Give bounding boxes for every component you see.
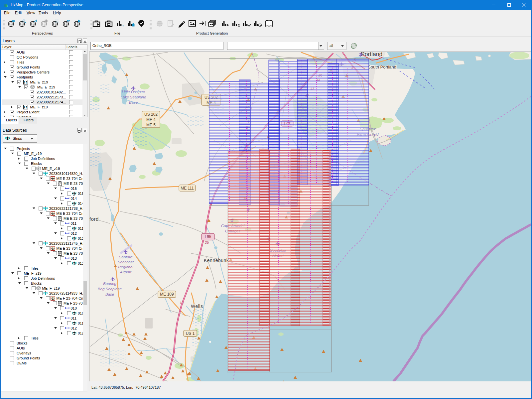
svg-text:Bauneg: Bauneg [103, 282, 116, 286]
svg-text:25: 25 [204, 240, 209, 244]
svg-text:ME 4: ME 4 [146, 117, 156, 122]
svg-text:Beg Seaplane: Beg Seaplane [98, 287, 122, 291]
svg-text:19: 19 [180, 301, 184, 305]
svg-text:Seacoast: Seacoast [118, 260, 134, 264]
svg-text:ME 109: ME 109 [160, 292, 174, 297]
svg-text:US 202: US 202 [144, 112, 158, 117]
svg-text:ME 5: ME 5 [146, 123, 156, 127]
svg-text:ME 111: ME 111 [181, 186, 194, 191]
svg-text:Kennebunk: Kennebunk [204, 258, 229, 263]
svg-text:I 95: I 95 [204, 234, 211, 239]
svg-text:ford: ford [89, 216, 99, 222]
svg-text:Base: Base [129, 100, 138, 104]
svg-text:Sanford: Sanford [119, 255, 133, 259]
svg-text:Airport: Airport [120, 270, 132, 274]
svg-text:Lake Seaplane: Lake Seaplane [121, 95, 146, 99]
svg-text:US 1: US 1 [186, 331, 195, 336]
svg-text:3D: 3D [66, 20, 70, 23]
svg-text:Little Ossipee: Little Ossipee [122, 90, 145, 94]
svg-text:Wells: Wells [191, 304, 203, 309]
svg-text:South Portland: South Portland [368, 65, 396, 69]
svg-text:Regional: Regional [118, 265, 133, 269]
svg-text:Base: Base [105, 292, 114, 296]
